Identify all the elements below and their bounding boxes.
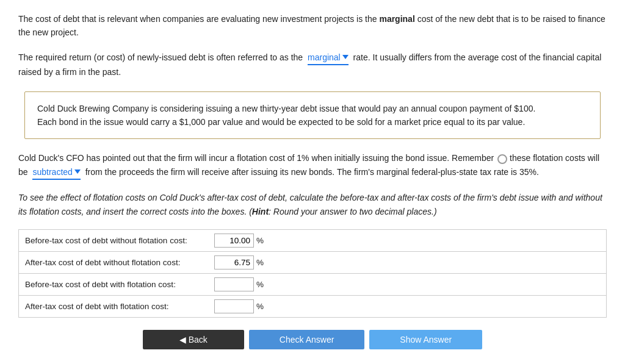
cold-duck-box: Cold Duck Brewing Company is considering…	[24, 91, 601, 140]
row-2: After-tax cost of debt without flotation…	[18, 251, 607, 273]
row-3: Before-tax cost of debt with flotation c…	[18, 273, 607, 295]
bottom-bar: ◀ Back Check Answer Show Answer	[18, 330, 607, 349]
row-4-label: After-tax cost of debt with flotation co…	[25, 302, 214, 311]
info-circle-icon	[497, 154, 507, 164]
para3-end2: from the proceeds the firm will receive …	[85, 167, 539, 177]
paragraph-2: The required return (or cost) of newly-i…	[18, 51, 607, 79]
row-2-percent: %	[256, 258, 264, 267]
row-3-input-wrap: %	[214, 277, 264, 291]
row-1-input[interactable]	[214, 234, 254, 248]
para3-start: Cold Duck's CFO has pointed out that the…	[18, 153, 494, 163]
row-2-label: After-tax cost of debt without flotation…	[25, 258, 214, 267]
box-line2: Each bond in the issue would carry a $1,…	[37, 115, 588, 129]
row-4: After-tax cost of debt with flotation co…	[18, 295, 607, 318]
cost-table: Before-tax cost of debt without flotatio…	[18, 229, 607, 318]
show-answer-button[interactable]: Show Answer	[369, 330, 482, 349]
box-line1: Cold Duck Brewing Company is considering…	[37, 102, 588, 115]
para1-text: The cost of debt that is relevant when c…	[18, 14, 377, 24]
check-answer-button[interactable]: Check Answer	[249, 330, 364, 349]
paragraph-1: The cost of debt that is relevant when c…	[18, 12, 607, 40]
row-4-percent: %	[256, 302, 264, 311]
para2-start: The required return (or cost) of newly-i…	[18, 52, 303, 62]
row-3-percent: %	[256, 280, 264, 289]
marginal-dropdown-value: marginal	[308, 51, 341, 64]
subtracted-dropdown[interactable]: subtracted	[32, 165, 80, 180]
subtracted-dropdown-value: subtracted	[32, 165, 72, 179]
row-1-label: Before-tax cost of debt without flotatio…	[25, 236, 214, 245]
marginal-dropdown[interactable]: marginal	[308, 51, 349, 65]
row-3-label: Before-tax cost of debt with flotation c…	[25, 280, 214, 289]
row-2-input[interactable]	[214, 255, 254, 269]
row-1: Before-tax cost of debt without flotatio…	[18, 229, 607, 251]
subtracted-dropdown-arrow[interactable]	[74, 170, 81, 174]
back-button[interactable]: ◀ Back	[143, 330, 244, 349]
paragraph-3: Cold Duck's CFO has pointed out that the…	[18, 151, 607, 180]
hint-end: : Round your answer to two decimal place…	[269, 207, 436, 216]
para1-bold: marginal	[379, 14, 414, 24]
row-1-percent: %	[256, 236, 264, 245]
row-2-input-wrap: %	[214, 255, 264, 269]
instruction-paragraph: To see the effect of flotation costs on …	[18, 191, 607, 218]
row-4-input-wrap: %	[214, 299, 264, 313]
hint-bold: Hint	[252, 207, 269, 216]
row-4-input[interactable]	[214, 299, 254, 313]
row-3-input[interactable]	[214, 277, 254, 291]
marginal-dropdown-arrow[interactable]	[342, 55, 349, 59]
row-1-input-wrap: %	[214, 234, 264, 248]
